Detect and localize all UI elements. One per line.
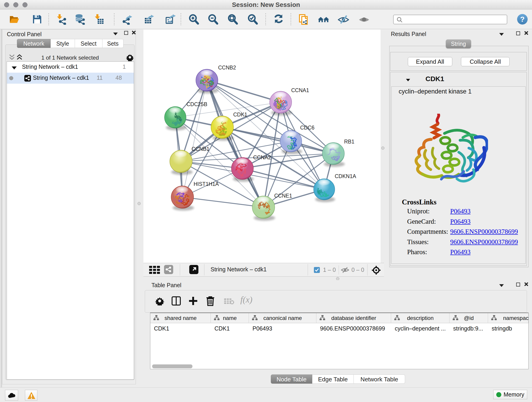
svg-text:CDC6: CDC6 [300, 125, 315, 131]
svg-text:RB1: RB1 [344, 139, 355, 145]
svg-text:HIST1H1A: HIST1H1A [194, 181, 219, 187]
svg-text:CCNB1: CCNB1 [191, 146, 209, 152]
svg-text:CDK1: CDK1 [233, 112, 247, 118]
svg-text:CCNB2: CCNB2 [218, 65, 236, 70]
svg-text:CCNA1: CCNA1 [291, 87, 309, 93]
svg-text:CCNE1: CCNE1 [274, 193, 292, 199]
svg-text:CCNA2: CCNA2 [253, 154, 271, 160]
svg-text:CDC25B: CDC25B [186, 101, 207, 107]
svg-text:CDKN1A: CDKN1A [335, 173, 356, 179]
